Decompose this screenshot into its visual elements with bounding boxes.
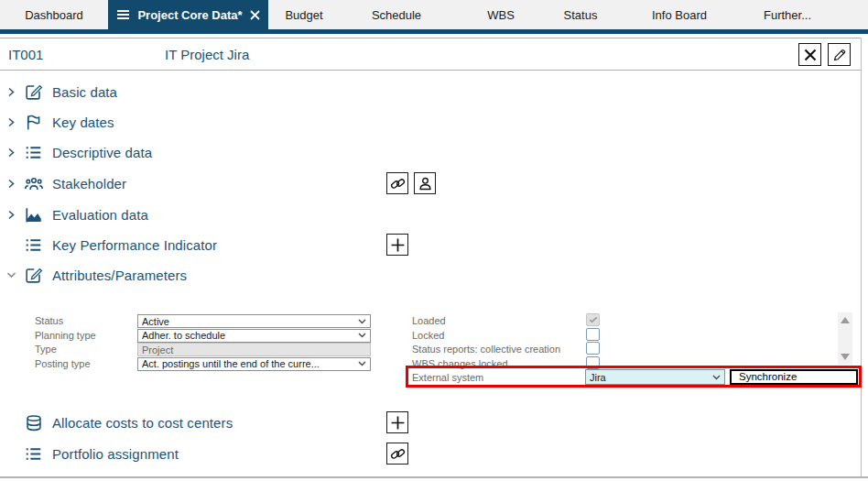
tab-project-core-data[interactable]: Project Core Data* bbox=[108, 0, 268, 29]
plus-icon bbox=[390, 237, 406, 253]
scroll-up-icon[interactable] bbox=[841, 317, 850, 323]
chevron-right-icon[interactable] bbox=[4, 146, 18, 160]
tab-further[interactable]: Further... bbox=[746, 0, 829, 29]
field-label-posting-type: Posting type bbox=[35, 357, 91, 370]
edit-button[interactable] bbox=[828, 43, 851, 66]
object-header: IT001 IT Project Jira bbox=[0, 38, 862, 71]
close-icon[interactable] bbox=[250, 10, 260, 20]
section-attributes-parameters[interactable]: Attributes/Parameters bbox=[0, 260, 862, 290]
tab-schedule[interactable]: Schedule bbox=[340, 0, 453, 29]
section-stakeholder[interactable]: Stakeholder bbox=[0, 169, 862, 199]
section-portfolio-assignment[interactable]: Portfolio assignment bbox=[0, 439, 862, 469]
tab-label: Dashboard bbox=[25, 8, 83, 22]
project-core-data-page: Dashboard Project Core Data* Budget Sche… bbox=[0, 0, 868, 481]
attributes-parameters-form: Status Planning type Type Posting type A… bbox=[0, 291, 862, 408]
section-basic-data[interactable]: Basic data bbox=[0, 77, 862, 107]
link-icon bbox=[390, 446, 406, 462]
section-label: Key Performance Indicator bbox=[52, 237, 217, 253]
section-descriptive-data[interactable]: Descriptive data bbox=[0, 137, 862, 168]
field-label-status: Status bbox=[35, 314, 63, 327]
tab-status[interactable]: Status bbox=[548, 0, 613, 29]
tab-label: Project Core Data* bbox=[130, 8, 250, 22]
list-icon bbox=[23, 235, 44, 256]
tab-wbs[interactable]: WBS bbox=[453, 0, 548, 29]
area-chart-icon bbox=[23, 204, 44, 225]
link-icon bbox=[390, 176, 406, 191]
section-label: Basic data bbox=[52, 84, 117, 100]
chevron-down-icon bbox=[358, 361, 366, 366]
people-icon bbox=[23, 173, 44, 194]
hamburger-icon[interactable] bbox=[116, 9, 130, 20]
tab-budget[interactable]: Budget bbox=[268, 0, 340, 29]
field-label-planning-type: Planning type bbox=[35, 329, 96, 342]
planning-type-select-value: Adher. to schedule bbox=[142, 330, 358, 341]
form-scrollbar[interactable] bbox=[838, 312, 852, 365]
close-icon bbox=[803, 48, 818, 62]
project-id: IT001 bbox=[8, 47, 43, 62]
project-title: IT Project Jira bbox=[165, 47, 249, 62]
close-button[interactable] bbox=[798, 43, 821, 66]
check-icon bbox=[589, 316, 598, 323]
tab-label: Budget bbox=[285, 8, 322, 22]
section-key-performance-indicator[interactable]: Key Performance Indicator bbox=[0, 230, 862, 260]
checkbox-label-locked: Locked bbox=[412, 329, 444, 342]
external-system-label: External system bbox=[412, 371, 483, 384]
external-system-select[interactable]: Jira bbox=[585, 369, 725, 385]
flag-icon bbox=[23, 112, 44, 133]
section-label: Portfolio assignment bbox=[52, 446, 179, 462]
checkbox-label-status-reports: Status reports: collective creation bbox=[412, 343, 560, 355]
person-icon bbox=[418, 176, 433, 191]
chevron-right-icon[interactable] bbox=[4, 85, 18, 100]
section-allocate-costs[interactable]: Allocate costs to cost centers bbox=[0, 408, 862, 438]
section-key-dates[interactable]: Key dates bbox=[0, 107, 862, 137]
panel-bottom-border bbox=[0, 476, 868, 478]
chevron-right-icon[interactable] bbox=[4, 177, 18, 191]
section-label: Attributes/Parameters bbox=[52, 268, 187, 283]
type-field-value: Project bbox=[142, 344, 173, 355]
loaded-checkbox bbox=[586, 313, 600, 326]
chevron-down-icon[interactable] bbox=[4, 268, 18, 283]
edit-pencil-icon bbox=[832, 48, 847, 62]
type-field-readonly: Project bbox=[137, 343, 371, 356]
active-tab-underline bbox=[0, 29, 868, 34]
synchronize-button[interactable]: Synchronize bbox=[730, 369, 858, 385]
add-button[interactable] bbox=[386, 411, 408, 433]
posting-type-select-value: Act. postings until the end of the curre… bbox=[142, 358, 358, 369]
tab-dashboard[interactable]: Dashboard bbox=[0, 0, 108, 29]
section-label: Descriptive data bbox=[52, 145, 152, 160]
section-label: Key dates bbox=[52, 115, 114, 130]
tab-label: Further... bbox=[764, 8, 811, 22]
edit-square-icon bbox=[23, 82, 44, 103]
tab-label: Info Board bbox=[652, 8, 707, 22]
section-label: Evaluation data bbox=[52, 207, 148, 223]
posting-type-select[interactable]: Act. postings until the end of the curre… bbox=[137, 357, 371, 371]
edit-square-icon bbox=[23, 265, 44, 286]
list-icon bbox=[23, 443, 44, 465]
section-label: Stakeholder bbox=[52, 176, 126, 191]
status-reports-checkbox[interactable] bbox=[586, 342, 600, 355]
tab-info-board[interactable]: Info Board bbox=[613, 0, 746, 29]
planning-type-select[interactable]: Adher. to schedule bbox=[137, 329, 371, 343]
checkbox-label-loaded: Loaded bbox=[412, 314, 446, 327]
checkbox-label-wbs-locked: WBS changes locked bbox=[412, 357, 508, 370]
wbs-changes-locked-checkbox[interactable] bbox=[586, 356, 600, 369]
chevron-down-icon bbox=[358, 319, 366, 324]
coins-icon bbox=[23, 412, 44, 433]
tab-bar: Dashboard Project Core Data* Budget Sche… bbox=[0, 0, 868, 29]
plus-icon bbox=[390, 415, 406, 431]
scroll-down-icon[interactable] bbox=[841, 354, 850, 360]
chevron-down-icon bbox=[358, 333, 366, 338]
section-evaluation-data[interactable]: Evaluation data bbox=[0, 200, 862, 230]
status-select[interactable]: Active bbox=[137, 314, 371, 328]
tab-label: Status bbox=[564, 8, 598, 22]
add-button[interactable] bbox=[386, 234, 408, 256]
external-system-value: Jira bbox=[590, 372, 712, 383]
chevron-right-icon[interactable] bbox=[4, 115, 18, 130]
section-label: Allocate costs to cost centers bbox=[52, 415, 233, 431]
field-label-type: Type bbox=[35, 343, 57, 355]
chevron-right-icon[interactable] bbox=[4, 208, 18, 223]
link-button[interactable] bbox=[386, 172, 408, 194]
person-button[interactable] bbox=[414, 172, 436, 194]
locked-checkbox[interactable] bbox=[586, 328, 600, 341]
link-button[interactable] bbox=[386, 443, 408, 465]
